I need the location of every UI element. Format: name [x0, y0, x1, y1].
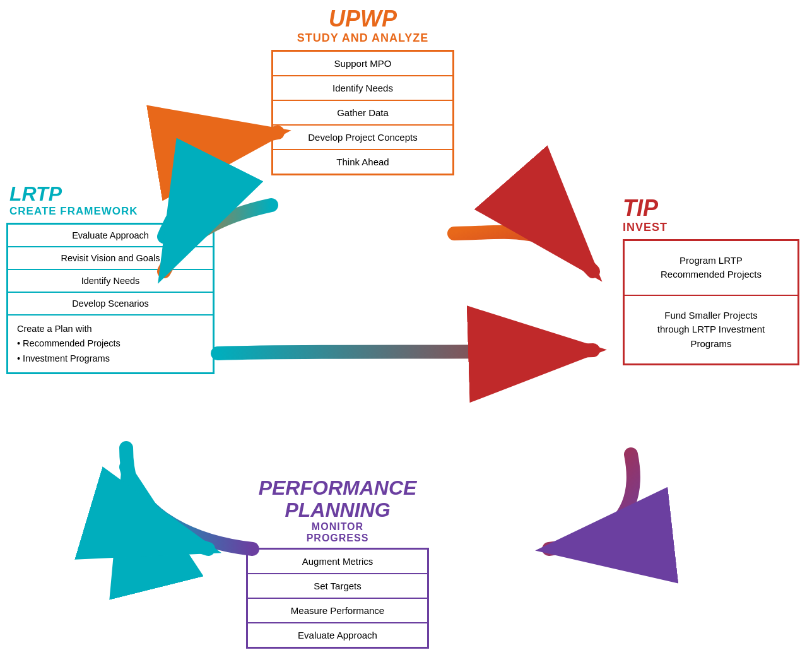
upwp-subtitle: STUDY AND ANALYZE: [271, 32, 454, 45]
tip-item-2: Fund Smaller Projects through LRTP Inves…: [625, 296, 797, 364]
upwp-item-2: Identify Needs: [273, 76, 452, 101]
upwp-item-3: Gather Data: [273, 101, 452, 126]
perf-box: Augment Metrics Set Targets Measure Perf…: [246, 548, 429, 649]
perf-item-2: Set Targets: [248, 574, 427, 599]
tip-box: Program LRTP Recommended Projects Fund S…: [623, 239, 799, 366]
tip-title: TIP: [623, 196, 799, 221]
perf-item-4: Evaluate Approach: [248, 623, 427, 647]
perf-item-1: Augment Metrics: [248, 550, 427, 574]
perf-title: PERFORMANCE PLANNING: [246, 477, 429, 521]
perf-subtitle: MONITOR PROGRESS: [246, 521, 429, 544]
perf-section: PERFORMANCE PLANNING MONITOR PROGRESS Au…: [246, 477, 429, 649]
upwp-item-1: Support MPO: [273, 52, 452, 76]
lrtp-item-5: Create a Plan with • Recommended Project…: [8, 316, 213, 372]
lrtp-title: LRTP: [6, 183, 215, 205]
lrtp-item-3: Identify Needs: [8, 270, 213, 293]
lrtp-item-2: Revisit Vision and Goals: [8, 247, 213, 270]
upwp-title: UPWP: [271, 6, 454, 32]
lrtp-subtitle: CREATE FRAMEWORK: [6, 205, 215, 218]
diagram-container: UPWP STUDY AND ANALYZE Support MPO Ident…: [0, 0, 812, 655]
tip-section: TIP INVEST Program LRTP Recommended Proj…: [623, 196, 799, 365]
lrtp-item-1: Evaluate Approach: [8, 225, 213, 247]
upwp-item-5: Think Ahead: [273, 150, 452, 174]
lrtp-item-4: Develop Scenarios: [8, 293, 213, 316]
lrtp-section: LRTP CREATE FRAMEWORK Evaluate Approach …: [6, 183, 215, 374]
upwp-item-4: Develop Project Concepts: [273, 126, 452, 150]
tip-item-1: Program LRTP Recommended Projects: [625, 241, 797, 296]
upwp-box: Support MPO Identify Needs Gather Data D…: [271, 50, 454, 175]
lrtp-box: Evaluate Approach Revisit Vision and Goa…: [6, 223, 215, 374]
perf-item-3: Measure Performance: [248, 599, 427, 623]
upwp-section: UPWP STUDY AND ANALYZE Support MPO Ident…: [271, 6, 454, 175]
tip-subtitle: INVEST: [623, 221, 799, 234]
